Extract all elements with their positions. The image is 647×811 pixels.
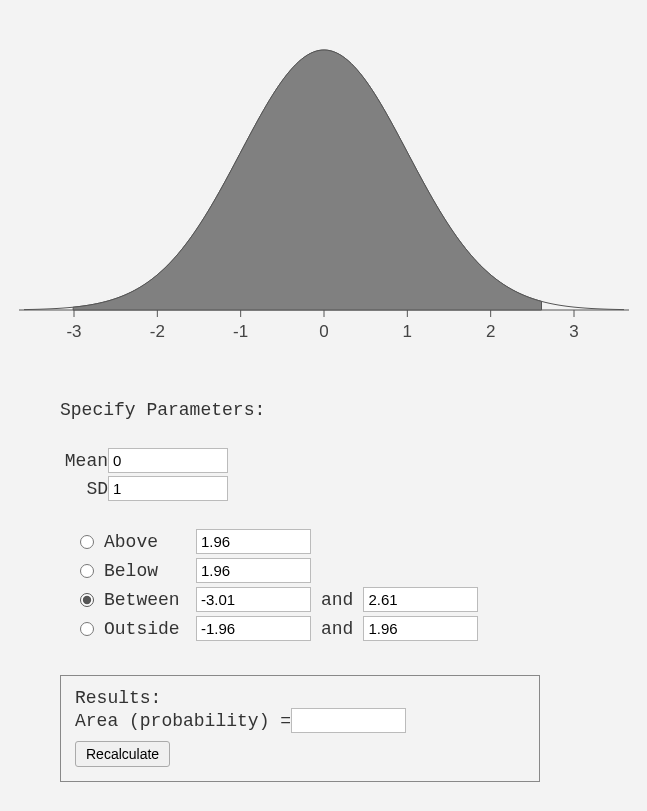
above-radio[interactable] bbox=[80, 535, 94, 549]
sd-input[interactable] bbox=[108, 476, 228, 501]
sd-label: SD bbox=[60, 479, 108, 499]
x-tick-label: 1 bbox=[402, 322, 411, 341]
outside-label: Outside bbox=[104, 619, 196, 639]
between-and-label: and bbox=[321, 590, 353, 610]
area-label: Area (probability) = bbox=[75, 711, 291, 731]
chart-svg: -3-2-10123 bbox=[14, 10, 634, 350]
x-tick-label: 0 bbox=[319, 322, 328, 341]
results-box: Results: Area (probability) = Recalculat… bbox=[60, 675, 540, 782]
outside-high-input[interactable] bbox=[363, 616, 478, 641]
area-value-output[interactable] bbox=[291, 708, 406, 733]
mean-input[interactable] bbox=[108, 448, 228, 473]
below-radio[interactable] bbox=[80, 564, 94, 578]
between-radio[interactable] bbox=[80, 593, 94, 607]
mean-label: Mean bbox=[60, 451, 108, 471]
below-value-input[interactable] bbox=[196, 558, 311, 583]
x-tick-label: -1 bbox=[233, 322, 248, 341]
between-high-input[interactable] bbox=[363, 587, 478, 612]
recalculate-button[interactable]: Recalculate bbox=[75, 741, 170, 767]
above-label: Above bbox=[104, 532, 196, 552]
x-tick-label: -2 bbox=[149, 322, 164, 341]
x-tick-label: -3 bbox=[66, 322, 81, 341]
outside-and-label: and bbox=[321, 619, 353, 639]
normal-distribution-chart: -3-2-10123 bbox=[14, 10, 634, 350]
between-low-input[interactable] bbox=[196, 587, 311, 612]
below-label: Below bbox=[104, 561, 196, 581]
parameters-heading: Specify Parameters: bbox=[60, 400, 587, 420]
x-tick-label: 2 bbox=[485, 322, 494, 341]
outside-radio[interactable] bbox=[80, 622, 94, 636]
x-tick-label: 3 bbox=[569, 322, 578, 341]
results-heading: Results: bbox=[75, 688, 525, 708]
above-value-input[interactable] bbox=[196, 529, 311, 554]
between-label: Between bbox=[104, 590, 196, 610]
outside-low-input[interactable] bbox=[196, 616, 311, 641]
